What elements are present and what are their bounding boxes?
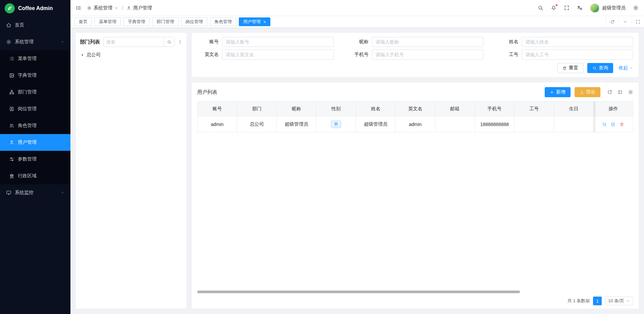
sidebar-item-parameter-management[interactable]: 参数管理	[0, 151, 70, 168]
english-name-input[interactable]	[222, 50, 334, 60]
sidebar-item-label: 参数管理	[18, 156, 64, 162]
sidebar-item-post-management[interactable]: 岗位管理	[0, 101, 70, 117]
role-people-icon	[9, 123, 14, 128]
sidebar-item-home[interactable]: 首页	[0, 17, 70, 34]
app-logo[interactable]: Coffee Admin	[0, 0, 70, 17]
tabs-dropdown-icon[interactable]	[619, 16, 631, 27]
user-menu[interactable]: 超级管理员	[590, 3, 626, 13]
sidebar-item-user-management[interactable]: 用户管理	[0, 134, 70, 151]
pagination: 共 1 条数据 1 10 条/页	[197, 297, 633, 305]
tab-label: 用户管理	[243, 19, 261, 25]
tab-label: 部门管理	[157, 19, 174, 25]
breadcrumb-system-management[interactable]: 系统管理	[87, 5, 118, 11]
department-icon	[9, 89, 14, 95]
sidebar-item-department-management[interactable]: 部门管理	[0, 84, 70, 101]
sidebar-item-role-management[interactable]: 角色管理	[0, 117, 70, 134]
chevron-down-icon	[114, 6, 118, 10]
user-table: 账号 部门 昵称 性别 姓名 英文名 邮箱 手机号 工号 生日 操作	[197, 101, 633, 132]
cell-birthday	[554, 116, 594, 132]
view-row-button[interactable]	[602, 122, 607, 127]
column-header-nickname: 昵称	[277, 102, 316, 116]
sidebar-item-label: 菜单管理	[18, 56, 64, 62]
name-label: 姓名	[497, 39, 518, 45]
work-no-input[interactable]	[522, 50, 633, 60]
app-title: Coffee Admin	[18, 5, 53, 11]
tabs-maximize-icon[interactable]	[631, 16, 644, 27]
notification-dot	[555, 4, 558, 6]
trash-icon	[562, 66, 567, 70]
tree-node-head-office[interactable]: 总公司	[80, 51, 182, 59]
sidebar-item-label: 字典管理	[18, 72, 64, 78]
chevron-down-icon	[626, 299, 630, 303]
tab-home[interactable]: 首页	[74, 17, 92, 26]
tab-dictionary-management[interactable]: 字典管理	[123, 17, 150, 26]
tab-department-management[interactable]: 部门管理	[152, 17, 178, 26]
name-input[interactable]	[522, 37, 633, 47]
gear-icon	[6, 39, 11, 45]
cell-actions	[594, 116, 633, 132]
account-input[interactable]	[222, 37, 334, 47]
add-user-button[interactable]: 新增	[545, 87, 571, 97]
menu-list-icon	[9, 56, 14, 61]
home-icon	[6, 22, 11, 28]
sidebar-item-system-management[interactable]: 系统管理	[0, 34, 70, 50]
translate-icon[interactable]	[577, 5, 583, 11]
column-header-birthday: 生日	[554, 102, 594, 116]
table-settings-icon[interactable]	[628, 89, 633, 95]
table-empty-space	[197, 132, 633, 289]
header-search-icon[interactable]	[538, 5, 543, 11]
tab-label: 角色管理	[214, 19, 232, 25]
tab-menu-management[interactable]: 菜单管理	[95, 17, 121, 26]
cell-nickname: 超级管理员	[277, 116, 316, 132]
collapse-toggle[interactable]: 收起	[619, 65, 633, 71]
table-row[interactable]: admin 总公司 超级管理员 男 超级管理员 admin 1888888888…	[198, 116, 633, 132]
fullscreen-icon[interactable]	[564, 5, 570, 11]
tab-user-management[interactable]: 用户管理 ×	[239, 17, 270, 26]
tab-role-management[interactable]: 角色管理	[210, 17, 236, 26]
sidebar-item-label: 系统监控	[15, 190, 57, 196]
filter-form: 账号 昵称 姓名 英文名	[197, 37, 633, 60]
nickname-input[interactable]	[372, 37, 484, 47]
sidebar-menu: 首页 系统管理 菜单管理 字典管理 部门管理 岗位管理	[0, 17, 70, 314]
edit-row-button[interactable]	[611, 122, 615, 127]
breadcrumb-user-management[interactable]: 用户管理	[126, 5, 152, 11]
sidebar-item-admin-region[interactable]: 行政区域	[0, 168, 70, 184]
sidebar-item-label: 用户管理	[18, 139, 64, 145]
dictionary-icon	[9, 73, 14, 78]
settings-gear-icon[interactable]	[633, 5, 639, 11]
page-size-select[interactable]: 10 条/页	[605, 297, 633, 305]
dept-search-button[interactable]	[164, 37, 174, 47]
header-bar: 系统管理 / 用户管理	[70, 0, 644, 16]
notification-bell-icon[interactable]	[551, 5, 556, 11]
column-header-account: 账号	[198, 102, 237, 116]
table-header-row: 账号 部门 昵称 性别 姓名 英文名 邮箱 手机号 工号 生日 操作	[198, 102, 633, 116]
sidebar: Coffee Admin 首页 系统管理 菜单管理 字典管理	[0, 0, 70, 314]
chevron-down-icon	[60, 191, 64, 195]
chevron-up-icon	[629, 66, 633, 70]
region-bank-icon	[9, 173, 14, 179]
sidebar-item-system-monitor[interactable]: 系统监控	[0, 184, 70, 201]
page-1-button[interactable]: 1	[593, 297, 602, 305]
close-icon[interactable]: ×	[263, 20, 266, 24]
dept-search-input[interactable]	[103, 37, 164, 47]
tab-post-management[interactable]: 岗位管理	[181, 17, 207, 26]
table-density-icon[interactable]	[618, 89, 623, 95]
sidebar-item-menu-management[interactable]: 菜单管理	[0, 50, 70, 67]
tree-node-label: 总公司	[87, 52, 101, 58]
cell-account: admin	[198, 116, 237, 132]
export-label: 导出	[586, 89, 595, 95]
menu-fold-icon[interactable]	[76, 5, 82, 11]
tabs-refresh-icon[interactable]	[606, 16, 619, 27]
export-button[interactable]: 导出	[575, 87, 600, 97]
delete-row-button[interactable]	[620, 122, 624, 127]
reset-button[interactable]: 重置	[557, 63, 583, 73]
table-refresh-icon[interactable]	[607, 89, 612, 95]
phone-input[interactable]	[372, 50, 484, 60]
plus-icon	[550, 90, 554, 95]
sidebar-item-dictionary-management[interactable]: 字典管理	[0, 67, 70, 84]
dept-more-icon[interactable]	[178, 40, 182, 44]
query-button[interactable]: 查询	[587, 63, 613, 73]
horizontal-scrollbar-thumb[interactable]	[197, 291, 520, 293]
sidebar-item-label: 部门管理	[18, 89, 64, 95]
gender-tag: 男	[331, 121, 341, 128]
